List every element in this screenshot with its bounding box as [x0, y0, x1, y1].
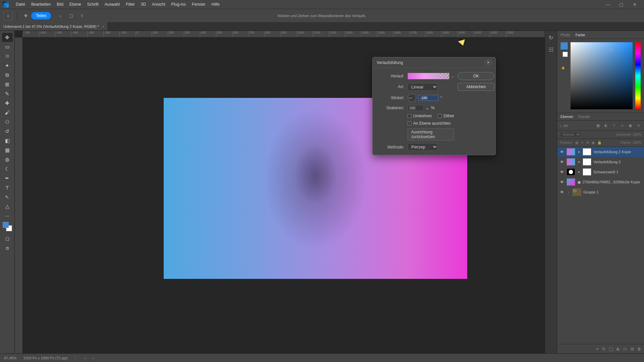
dither-checkbox[interactable]: Dither: [438, 114, 454, 118]
screenmode-tool[interactable]: ⧈: [2, 243, 13, 252]
color-marker[interactable]: [609, 48, 612, 52]
filter-pixel-icon[interactable]: ▦: [595, 123, 601, 128]
lock-artboard-icon[interactable]: ▣: [592, 141, 595, 144]
group-fold-icon[interactable]: ›: [567, 190, 571, 194]
visibility-icon[interactable]: 👁: [559, 190, 565, 194]
hand-tool[interactable]: ⋯: [2, 211, 13, 220]
foreground-color[interactable]: [3, 222, 9, 228]
visibility-icon[interactable]: 👁: [559, 150, 565, 154]
link-layers-icon[interactable]: ⚭: [596, 347, 599, 351]
layer-row[interactable]: 👁⚭Verlaufsfüllung 2 Kopie: [557, 147, 644, 157]
home-button[interactable]: ⌂: [3, 11, 13, 20]
document-tab-close[interactable]: ×: [102, 24, 104, 28]
eraser-tool[interactable]: ◧: [2, 136, 13, 145]
zoom-level[interactable]: 47,46%: [4, 356, 16, 360]
search-icon[interactable]: ⌕: [56, 13, 64, 18]
cancel-button[interactable]: Abbrechen: [458, 83, 494, 91]
layer-row[interactable]: 👁▣27b0480a7f4882...62990c0e Kopie: [557, 177, 644, 187]
menu-datei[interactable]: Datei: [13, 2, 28, 7]
window-maximize[interactable]: ▢: [614, 2, 628, 7]
document-dimensions[interactable]: 1920 Px x 1080 Px (72 ppi): [23, 356, 68, 360]
lock-brush-icon[interactable]: ✎: [581, 141, 584, 144]
menu-bearbeiten[interactable]: Bearbeiten: [28, 2, 54, 7]
window-minimize[interactable]: —: [601, 2, 614, 7]
layer-mask[interactable]: [583, 158, 591, 166]
menu-plugins[interactable]: Plug-ins: [168, 2, 189, 7]
align-checkbox[interactable]: An Ebene ausrichten: [408, 121, 454, 126]
layer-filter-type[interactable]: ⌕ Art: [560, 124, 593, 128]
pen-tool[interactable]: ✒: [2, 174, 13, 183]
blur-tool[interactable]: ◍: [2, 155, 13, 164]
delete-layer-icon[interactable]: 🗑: [637, 347, 641, 351]
lasso-tool[interactable]: ⌑: [2, 52, 13, 61]
workspace-icon[interactable]: ▢: [67, 13, 75, 18]
menu-schrift[interactable]: Schrift: [84, 2, 102, 7]
layer-row[interactable]: 👁⚭Schwarzweiß 1: [557, 167, 644, 177]
bg-swatch[interactable]: [562, 52, 568, 57]
layer-name[interactable]: Verlaufsfüllung 2 Kopie: [593, 150, 642, 154]
marquee-tool[interactable]: ▭: [2, 42, 13, 51]
tab-farbe[interactable]: Farbe: [576, 33, 585, 37]
window-close[interactable]: ✕: [628, 2, 641, 7]
frame-tool[interactable]: ⊠: [2, 80, 13, 89]
menu-fenster[interactable]: Fenster: [189, 2, 209, 7]
adjustment-icon[interactable]: ◐: [616, 347, 620, 351]
gradient-dropdown-icon[interactable]: ⌄: [451, 74, 454, 78]
layer-name[interactable]: Gruppe 1: [583, 190, 642, 194]
path-select-tool[interactable]: ↖: [2, 192, 13, 201]
layer-row[interactable]: 👁⚭Verlaufsfüllung 2: [557, 157, 644, 167]
blend-mode-select[interactable]: Normal: [560, 132, 581, 137]
brush-tool[interactable]: 🖌: [2, 108, 13, 117]
method-select[interactable]: Perzeptiv: [408, 143, 438, 151]
lock-move-icon[interactable]: ✥: [586, 141, 589, 144]
color-swatches[interactable]: [3, 222, 12, 231]
tab-pfade[interactable]: Pfade: [560, 33, 570, 37]
export-icon[interactable]: ⇪: [78, 13, 86, 18]
move-tool-icon[interactable]: ✥: [22, 13, 30, 18]
move-tool[interactable]: ✥: [2, 33, 13, 42]
dialog-titlebar[interactable]: Verlaufsfüllung ✕: [373, 57, 495, 68]
ok-button[interactable]: OK: [458, 72, 494, 80]
reset-alignment-button[interactable]: Ausrichtung zurücksetzen: [408, 128, 454, 140]
type-tool[interactable]: T: [2, 183, 13, 192]
layer-row[interactable]: 👁›🗀Gruppe 1: [557, 187, 644, 197]
menu-auswahl[interactable]: Auswahl: [102, 2, 123, 7]
hue-slider[interactable]: [635, 42, 641, 109]
lock-all-icon[interactable]: 🔒: [597, 141, 601, 144]
menu-filter[interactable]: Filter: [123, 2, 138, 7]
status-nav-right[interactable]: ›: [93, 356, 94, 360]
share-button[interactable]: Teilen: [31, 12, 51, 19]
group-icon[interactable]: 🗀: [623, 347, 627, 351]
status-nav-left[interactable]: ‹: [85, 356, 86, 360]
history-brush-tool[interactable]: ↺: [2, 127, 13, 136]
filter-smart-icon[interactable]: ▣: [627, 123, 633, 128]
angle-input[interactable]: [418, 95, 438, 101]
visibility-icon[interactable]: 👁: [559, 160, 565, 164]
quickmask-tool[interactable]: ◻: [2, 234, 13, 243]
layer-name[interactable]: Schwarzweiß 1: [593, 170, 642, 174]
stamp-tool[interactable]: ⚇: [2, 117, 13, 126]
gradient-preview[interactable]: [408, 73, 449, 79]
dialog-close-button[interactable]: ✕: [485, 59, 491, 66]
layer-name[interactable]: Verlaufsfüllung 2: [593, 160, 642, 164]
visibility-icon[interactable]: 👁: [559, 180, 565, 184]
menu-bild[interactable]: Bild: [54, 2, 66, 7]
lock-pixels-icon[interactable]: ▦: [575, 141, 578, 144]
layer-mask[interactable]: [583, 168, 591, 176]
tab-kanaele[interactable]: Kanäle: [579, 115, 590, 119]
properties-panel-icon[interactable]: ☷: [547, 46, 555, 54]
document-tab[interactable]: Unbenannt-1 bei 47,5% (Verlaufsfüllung 2…: [0, 22, 108, 31]
menu-ebene[interactable]: Ebene: [66, 2, 84, 7]
visibility-icon[interactable]: 👁: [559, 170, 565, 174]
eyedropper-tool[interactable]: ✎: [2, 89, 13, 98]
filter-adjust-icon[interactable]: ◐: [603, 123, 609, 128]
filter-toggle[interactable]: ⊙: [635, 123, 641, 128]
heal-tool[interactable]: ✚: [2, 99, 13, 108]
crop-tool[interactable]: ⧉: [2, 70, 13, 79]
mask-icon[interactable]: ◯: [609, 347, 613, 351]
status-arrow[interactable]: 〉: [74, 355, 78, 360]
layer-mask[interactable]: [583, 148, 591, 156]
wand-tool[interactable]: ✦: [2, 61, 13, 70]
reverse-checkbox[interactable]: Umkehren: [408, 114, 432, 118]
menu-ansicht[interactable]: Ansicht: [149, 2, 168, 7]
